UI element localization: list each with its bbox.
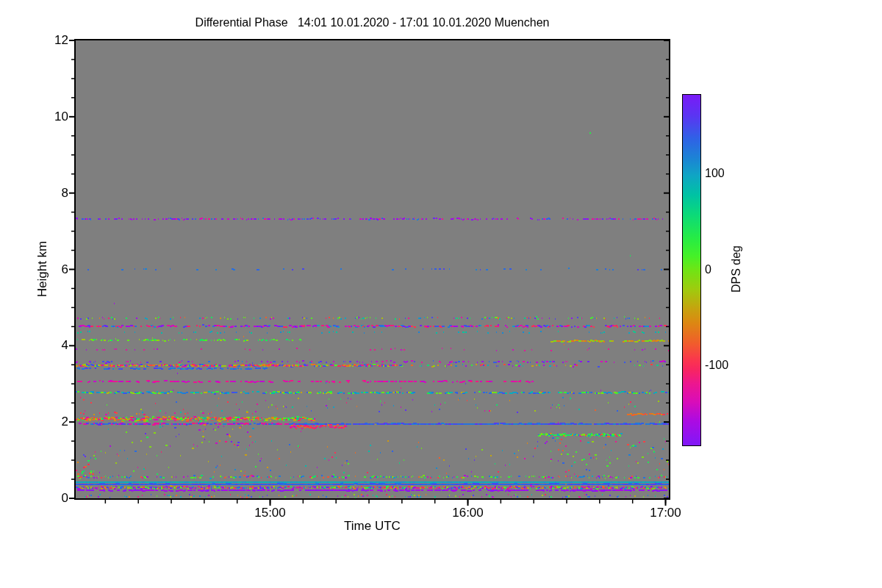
x-tick-label: 17:00 (633, 506, 699, 520)
colorbar-tick-label: 100 (705, 166, 749, 181)
y-axis-label: Height km (35, 241, 50, 298)
y-tick-label: 12 (28, 33, 68, 48)
y-tick-label: 4 (28, 338, 68, 353)
x-axis-label: Time UTC (76, 519, 669, 534)
y-tick-label: 10 (28, 110, 68, 124)
speckle-canvas (0, 0, 882, 588)
y-tick-label: 2 (28, 415, 68, 429)
colorbar-label: DPS deg (730, 245, 743, 293)
y-tick-label: 0 (28, 491, 68, 506)
colorbar-tick-label: -100 (705, 358, 749, 373)
differential-phase-figure: Differential Phase 14:01 10.01.2020 - 17… (0, 0, 882, 588)
x-tick-label: 16:00 (435, 506, 501, 520)
chart-title: Differential Phase 14:01 10.01.2020 - 17… (76, 16, 669, 29)
x-tick-label: 15:00 (237, 506, 304, 520)
colorbar (682, 94, 701, 446)
y-tick-label: 8 (28, 186, 68, 201)
